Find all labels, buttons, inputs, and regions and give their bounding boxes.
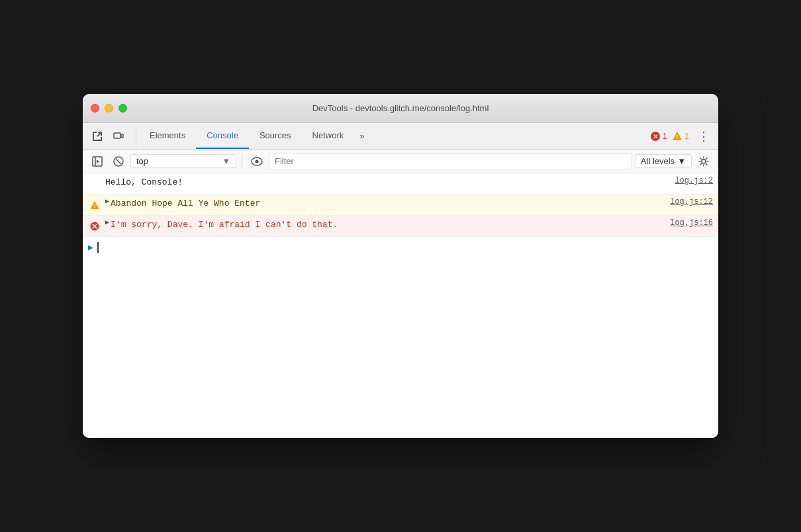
levels-dropdown-arrow: ▼ bbox=[677, 156, 686, 166]
maximize-button[interactable] bbox=[118, 104, 127, 112]
clear-console-button[interactable] bbox=[109, 152, 128, 171]
svg-text:!: ! bbox=[93, 203, 97, 209]
close-button[interactable] bbox=[91, 104, 99, 112]
error-circle-icon: ✕ bbox=[650, 131, 661, 142]
svg-point-12 bbox=[256, 159, 259, 163]
console-entry-warning: ! ▶ Abandon Hope All Ye Who Enter log.js… bbox=[83, 195, 718, 216]
error-message: I'm sorry, Dave. I'm afraid I can't do t… bbox=[111, 218, 670, 232]
warning-count-badge: ! 1 bbox=[672, 131, 689, 142]
window-title: DevTools - devtools.glitch.me/console/lo… bbox=[312, 103, 489, 113]
minimize-button[interactable] bbox=[105, 104, 113, 112]
tab-icon-group bbox=[88, 127, 136, 146]
input-prompt-icon: ▶ bbox=[88, 242, 93, 253]
device-toggle-icon[interactable] bbox=[109, 127, 128, 146]
toolbar-divider bbox=[242, 155, 242, 168]
log-link-0[interactable]: log.js:2 bbox=[675, 176, 713, 185]
more-options-button[interactable]: ⋮ bbox=[694, 127, 713, 146]
tab-console[interactable]: Console bbox=[196, 123, 249, 149]
inspector-icon[interactable] bbox=[88, 127, 107, 146]
warning-expand-arrow[interactable]: ▶ bbox=[105, 197, 109, 205]
error-expand-arrow[interactable]: ▶ bbox=[105, 218, 109, 226]
error-count-badge: ✕ 1 bbox=[650, 131, 667, 142]
log-link-2[interactable]: log.js:16 bbox=[670, 218, 713, 228]
tab-sources[interactable]: Sources bbox=[249, 123, 302, 149]
svg-marker-8 bbox=[97, 159, 99, 163]
tab-elements[interactable]: Elements bbox=[139, 123, 196, 149]
console-entry-log: Hello, Console! log.js:2 bbox=[83, 173, 718, 195]
context-selector[interactable]: top ▼ bbox=[130, 154, 236, 168]
svg-point-13 bbox=[702, 159, 706, 163]
log-icon-spacer bbox=[88, 177, 101, 191]
gear-icon bbox=[698, 156, 709, 167]
eye-icon-button[interactable] bbox=[248, 152, 266, 171]
warning-message: Abandon Hope All Ye Who Enter bbox=[111, 197, 670, 210]
log-message: Hello, Console! bbox=[105, 176, 675, 189]
error-icon bbox=[88, 220, 101, 233]
svg-line-10 bbox=[116, 159, 121, 164]
console-input-row[interactable]: ▶ bbox=[83, 237, 718, 258]
warning-triangle-icon: ! bbox=[672, 131, 683, 142]
toggle-sidebar-button[interactable] bbox=[88, 152, 107, 171]
warning-icon: ! bbox=[88, 199, 101, 212]
svg-text:✕: ✕ bbox=[653, 133, 658, 140]
devtools-window: DevTools - devtools.glitch.me/console/lo… bbox=[83, 94, 718, 438]
devtools-tab-bar: Elements Console Sources Network » ✕ 1 bbox=[83, 123, 718, 150]
input-cursor bbox=[97, 242, 99, 253]
svg-rect-1 bbox=[121, 134, 123, 138]
svg-text:!: ! bbox=[677, 134, 679, 140]
console-output: Hello, Console! log.js:2 ! ▶ Abandon Hop… bbox=[83, 173, 718, 438]
filter-input[interactable] bbox=[269, 153, 632, 169]
title-bar: DevTools - devtools.glitch.me/console/lo… bbox=[83, 94, 718, 123]
traffic-lights bbox=[91, 104, 127, 112]
svg-rect-0 bbox=[114, 133, 120, 138]
levels-selector[interactable]: All levels ▼ bbox=[635, 154, 692, 168]
tab-right-actions: ✕ 1 ! 1 ⋮ bbox=[650, 127, 713, 146]
console-entry-error: ▶ I'm sorry, Dave. I'm afraid I can't do… bbox=[83, 216, 718, 237]
tab-list: Elements Console Sources Network » bbox=[139, 123, 650, 149]
log-link-1[interactable]: log.js:12 bbox=[670, 197, 713, 206]
eye-icon bbox=[251, 157, 263, 166]
console-toolbar: top ▼ All levels ▼ bbox=[83, 150, 718, 173]
tab-network[interactable]: Network bbox=[302, 123, 355, 149]
console-settings-button[interactable] bbox=[694, 152, 713, 171]
context-dropdown-arrow: ▼ bbox=[222, 156, 230, 166]
tab-more-button[interactable]: » bbox=[354, 123, 369, 149]
